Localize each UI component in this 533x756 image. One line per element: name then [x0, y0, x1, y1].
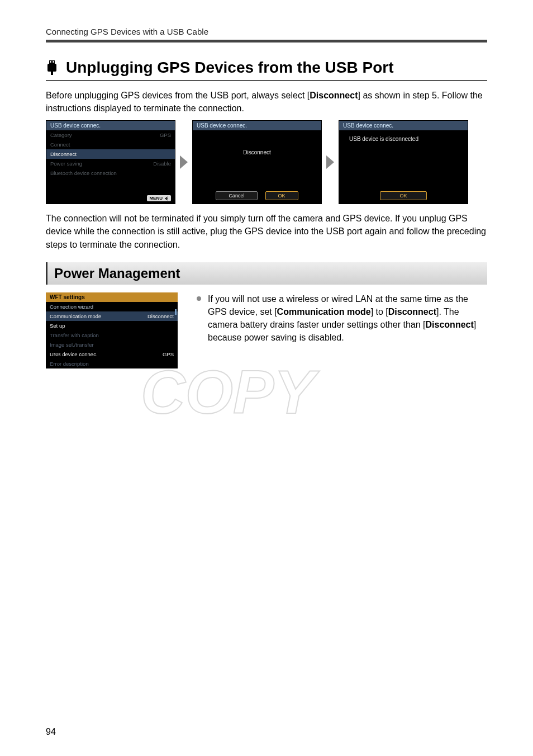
running-header: Connecting GPS Devices with a USB Cable	[46, 27, 487, 36]
screen2-title: USB device connec.	[193, 121, 321, 130]
heading-row: Unplugging GPS Devices from the USB Port	[46, 59, 487, 77]
svg-rect-4	[51, 72, 53, 75]
section-heading-power-management: Power Management	[46, 262, 487, 285]
screen1-footer: MENU	[147, 195, 171, 201]
menu-back-pill: MENU	[147, 195, 171, 201]
page-title: Unplugging GPS Devices from the USB Port	[66, 59, 394, 77]
back-arrow-icon	[164, 196, 169, 201]
ok-button: OK	[265, 191, 298, 200]
screen2-message: Disconnect	[193, 130, 321, 155]
wft-row-setup: Set up	[46, 321, 178, 330]
screen1-row-connect: Connect	[46, 140, 175, 149]
wft-row-error-description: Error description	[46, 359, 178, 368]
wft-settings-screenshot: WFT settings Connection wizard Communica…	[46, 292, 178, 368]
wft-row-communication-mode: Communication modeDisconnect	[46, 311, 178, 321]
arrow-icon	[326, 155, 334, 169]
usb-plug-icon	[46, 60, 58, 75]
wft-title: WFT settings	[46, 292, 178, 302]
wft-row-transfer-caption: Transfer with caption	[46, 330, 178, 340]
wft-row-connection-wizard: Connection wizard	[46, 302, 178, 311]
screen3-message: USB device is disconnected	[339, 130, 468, 142]
svg-rect-3	[47, 64, 56, 72]
screen3-title: USB device connec.	[339, 121, 468, 130]
screen1-row-powersaving: Power savingDisable	[46, 159, 175, 168]
screen1-row-bluetooth: Bluetooth device connection	[46, 168, 175, 178]
screen1-row-disconnect: Disconnect	[46, 149, 175, 159]
screen1-row-category: CategoryGPS	[46, 130, 175, 140]
ok-button: OK	[380, 191, 426, 200]
arrow-icon	[180, 155, 188, 169]
intro-bold: Disconnect	[310, 91, 358, 100]
intro-pre: Before unplugging GPS devices from the U…	[46, 91, 310, 100]
power-management-row: WFT settings Connection wizard Communica…	[46, 292, 487, 368]
after-paragraph: The connection will not be terminated if…	[46, 212, 487, 251]
cancel-button: Cancel	[216, 191, 257, 200]
page-number: 94	[46, 727, 56, 737]
bullet-text: If you will not use a wireless or wired …	[197, 292, 487, 344]
screen1-title: USB device connec.	[46, 121, 175, 130]
svg-rect-2	[53, 61, 54, 63]
screenshot-3: USB device connec. USB device is disconn…	[339, 120, 468, 204]
wft-row-image-sel: Image sel./transfer	[46, 340, 178, 349]
screen3-buttons: OK	[339, 191, 468, 200]
screen2-buttons: Cancel OK	[193, 191, 321, 200]
svg-rect-1	[50, 61, 51, 63]
screenshot-sequence: USB device connec. CategoryGPS Connect D…	[46, 120, 487, 204]
screenshot-1: USB device connec. CategoryGPS Connect D…	[46, 120, 175, 204]
header-rule	[46, 40, 487, 42]
wft-row-usb-device: USB device connec.GPS	[46, 349, 178, 359]
screenshot-2: USB device connec. Disconnect Cancel OK	[192, 120, 322, 204]
wft-scrollbar	[175, 309, 177, 315]
title-underline	[46, 80, 487, 81]
intro-paragraph: Before unplugging GPS devices from the U…	[46, 89, 487, 115]
